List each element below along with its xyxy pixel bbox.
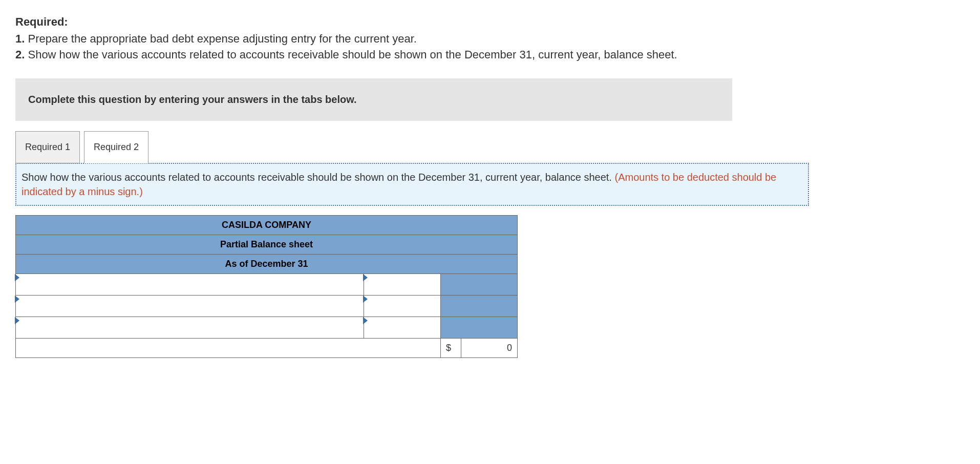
spacer-cell — [441, 317, 461, 338]
instruction-box: Complete this question by entering your … — [15, 78, 732, 121]
total-currency-cell: $ — [441, 338, 461, 357]
dropdown-marker-icon — [15, 274, 19, 281]
dropdown-marker-icon — [363, 274, 368, 281]
account-amount-input-2[interactable] — [364, 295, 441, 317]
account-amount-input-3[interactable] — [364, 317, 441, 338]
account-name-input-3[interactable] — [16, 317, 364, 338]
spacer-cell — [461, 295, 518, 317]
dropdown-marker-icon — [15, 296, 19, 303]
dropdown-marker-icon — [363, 296, 368, 303]
spacer-cell — [441, 295, 461, 317]
tab-instruction-text: Show how the various accounts related to… — [22, 172, 614, 183]
required-item-2: 2. Show how the various accounts related… — [15, 47, 965, 63]
account-name-input-2[interactable] — [16, 295, 364, 317]
required-item-1: 1. Prepare the appropriate bad debt expe… — [15, 31, 965, 47]
total-label-cell — [16, 338, 441, 357]
required-text-2: Show how the various accounts related to… — [25, 48, 677, 61]
tab-content-panel: Show how the various accounts related to… — [15, 163, 809, 206]
tab-required-1[interactable]: Required 1 — [15, 131, 80, 163]
required-heading: Required: — [15, 15, 965, 29]
spacer-cell — [461, 273, 518, 295]
spacer-cell — [461, 317, 518, 338]
account-amount-input-1[interactable] — [364, 273, 441, 295]
required-number-1: 1. — [15, 32, 25, 45]
balance-sheet-worksheet: CASILDA COMPANY Partial Balance sheet As… — [15, 215, 518, 358]
worksheet-header-company: CASILDA COMPANY — [16, 215, 518, 235]
total-value-cell: 0 — [461, 338, 518, 357]
tabs-container: Required 1 Required 2 — [15, 131, 965, 163]
account-name-input-1[interactable] — [16, 273, 364, 295]
spacer-cell — [441, 273, 461, 295]
worksheet-header-title: Partial Balance sheet — [16, 235, 518, 254]
required-text-1: Prepare the appropriate bad debt expense… — [25, 32, 417, 45]
required-section: Required: 1. Prepare the appropriate bad… — [15, 15, 965, 63]
dropdown-marker-icon — [363, 317, 368, 324]
tab-required-2[interactable]: Required 2 — [84, 131, 148, 163]
worksheet-header-date: As of December 31 — [16, 254, 518, 273]
required-number-2: 2. — [15, 48, 25, 61]
dropdown-marker-icon — [15, 317, 19, 324]
